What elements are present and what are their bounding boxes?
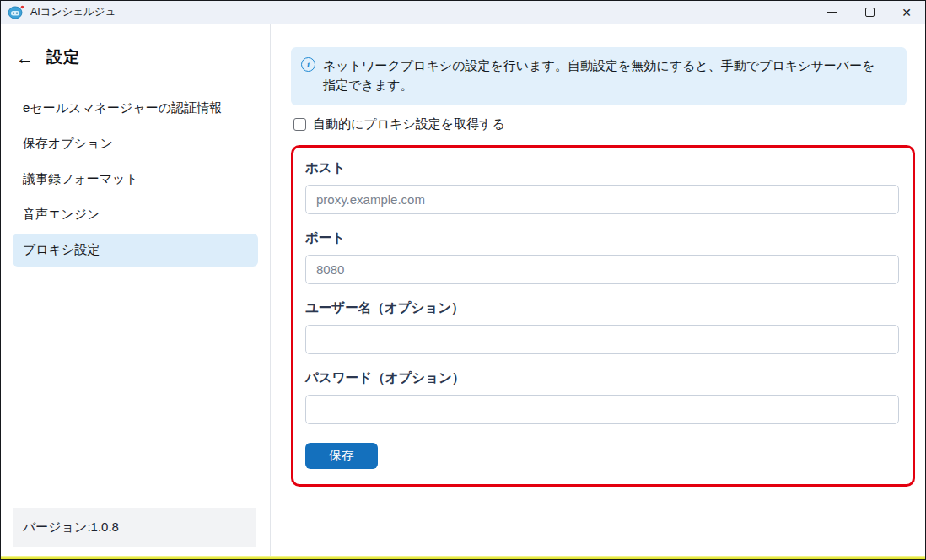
app-robot-icon [8, 5, 24, 19]
auto-proxy-checkbox-label: 自動的にプロキシ設定を取得する [313, 116, 505, 132]
sidebar-item-voice-engine[interactable]: 音声エンジン [13, 198, 258, 231]
settings-title: 設定 [46, 46, 80, 68]
sidebar-item-proxy-settings[interactable]: プロキシ設定 [13, 234, 258, 267]
title-bar: AIコンシェルジュ ✕ [1, 1, 925, 24]
host-label: ホスト [305, 159, 899, 177]
minimize-button[interactable] [814, 1, 851, 24]
proxy-settings-panel: i ネットワークプロキシの設定を行います。自動設定を無効にすると、手動でプロキシ… [271, 24, 925, 556]
sidebar-heading: ← 設定 [1, 41, 270, 77]
host-input[interactable] [305, 185, 899, 214]
version-label: バージョン:1.0.8 [13, 508, 256, 547]
info-banner: i ネットワークプロキシの設定を行います。自動設定を無効にすると、手動でプロキシ… [291, 47, 907, 105]
app-window: AIコンシェルジュ ✕ ← 設定 eセールスマネージャーの認証情報 保存オプショ… [0, 0, 926, 560]
sidebar-item-esm-credentials[interactable]: eセールスマネージャーの認証情報 [13, 92, 258, 125]
username-input[interactable] [305, 325, 899, 354]
close-button[interactable]: ✕ [888, 1, 925, 24]
auto-proxy-checkbox-row[interactable]: 自動的にプロキシ設定を取得する [293, 116, 915, 132]
username-label: ユーザー名（オプション） [305, 299, 899, 317]
info-icon: i [301, 57, 315, 72]
sidebar-item-save-options[interactable]: 保存オプション [13, 127, 258, 160]
window-controls: ✕ [814, 1, 925, 24]
minimize-icon [827, 12, 837, 13]
window-title: AIコンシェルジュ [30, 5, 116, 19]
maximize-icon [865, 8, 875, 17]
proxy-form-highlight-box: ホスト ポート ユーザー名（オプション） パスワード（オプション） 保存 [291, 145, 915, 487]
auto-proxy-checkbox[interactable] [293, 118, 306, 131]
password-input[interactable] [305, 395, 899, 424]
info-banner-text: ネットワークプロキシの設定を行います。自動設定を無効にすると、手動でプロキシサー… [323, 56, 880, 95]
sidebar-nav: eセールスマネージャーの認証情報 保存オプション 議事録フォーマット 音声エンジ… [1, 92, 270, 267]
sidebar-item-minutes-format[interactable]: 議事録フォーマット [13, 163, 258, 196]
password-label: パスワード（オプション） [305, 369, 899, 387]
port-label: ポート [305, 229, 899, 247]
port-input[interactable] [305, 255, 899, 284]
maximize-button[interactable] [851, 1, 888, 24]
bottom-accent-strip [1, 556, 925, 559]
save-button[interactable]: 保存 [305, 443, 378, 469]
settings-sidebar: ← 設定 eセールスマネージャーの認証情報 保存オプション 議事録フォーマット … [1, 24, 271, 556]
close-icon: ✕ [902, 7, 912, 19]
back-arrow-icon[interactable]: ← [16, 49, 34, 67]
